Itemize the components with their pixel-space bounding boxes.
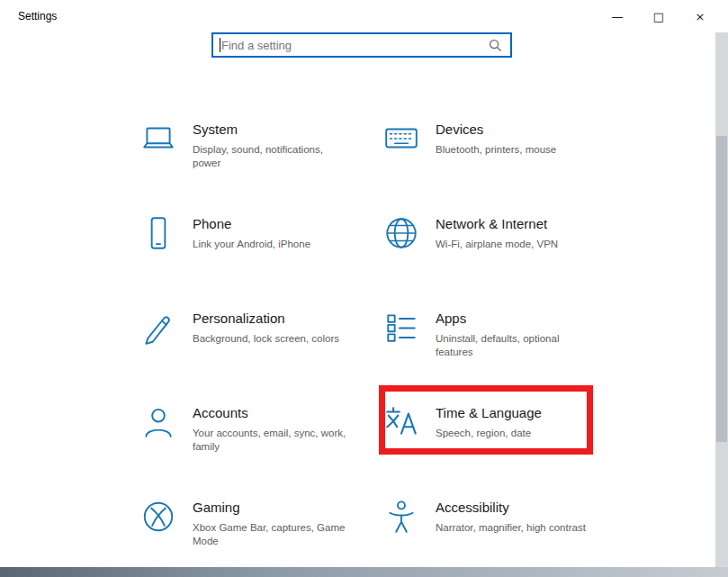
search-input[interactable] [221,34,482,56]
category-desc: Speech, region, date [436,427,596,440]
settings-window: Settings — □ × System Display, sound, no… [0,0,728,567]
category-title: Accounts [193,403,353,422]
category-apps[interactable]: Apps Uninstall, defaults, optional featu… [382,309,625,403]
category-desc: Display, sound, notifications, power [193,143,353,170]
devices-icon [382,120,420,158]
scrollbar-thumb[interactable] [716,136,727,442]
category-phone[interactable]: Phone Link your Android, iPhone [139,214,382,309]
category-system[interactable]: System Display, sound, notifications, po… [139,120,382,214]
category-title: Apps [436,309,596,328]
category-title: Time & Language [436,403,596,422]
category-desc: Link your Android, iPhone [193,238,353,251]
gaming-icon [139,498,177,536]
category-time-language[interactable]: Time & Language Speech, region, date [382,403,625,498]
time-language-icon [382,403,420,441]
accounts-icon [139,403,177,441]
category-desc: Xbox Game Bar, captures, Game Mode [193,521,353,548]
close-button[interactable]: × [679,0,721,32]
category-desc: Background, lock screen, colors [193,332,353,346]
category-personalization[interactable]: Personalization Background, lock screen,… [139,309,382,403]
accessibility-icon [382,498,420,536]
network-icon [382,214,420,252]
window-title: Settings [18,10,57,23]
category-title: Accessibility [436,498,596,517]
category-desc: Your accounts, email, sync, work, family [193,427,353,454]
category-accounts[interactable]: Accounts Your accounts, email, sync, wor… [139,403,382,498]
category-desc: Wi-Fi, airplane mode, VPN [436,238,596,251]
personalization-icon [139,309,177,347]
search-icon [489,39,502,52]
category-network[interactable]: Network & Internet Wi-Fi, airplane mode,… [382,214,625,309]
system-icon [139,120,177,158]
category-title: Gaming [193,498,353,517]
category-gaming[interactable]: Gaming Xbox Game Bar, captures, Game Mod… [139,498,382,577]
category-desc: Uninstall, defaults, optional features [436,332,596,359]
category-desc: Narrator, magnifier, high contrast [436,521,596,535]
minimize-button[interactable]: — [597,0,638,32]
search-box[interactable] [211,32,512,58]
phone-icon [139,214,177,252]
category-desc: Bluetooth, printers, mouse [436,143,596,157]
category-title: Network & Internet [436,214,596,233]
titlebar[interactable]: Settings — □ × [0,0,728,32]
category-title: Personalization [193,309,353,328]
category-devices[interactable]: Devices Bluetooth, printers, mouse [382,120,625,214]
maximize-button[interactable]: □ [638,0,679,32]
apps-icon [382,309,420,347]
category-title: Devices [436,120,596,139]
text-caret [220,38,220,52]
category-accessibility[interactable]: Accessibility Narrator, magnifier, high … [382,498,625,577]
scrollbar-track[interactable] [715,32,728,567]
window-controls: — □ × [597,0,721,32]
category-title: System [193,120,353,139]
category-title: Phone [193,214,353,233]
category-grid: System Display, sound, notifications, po… [139,120,625,577]
